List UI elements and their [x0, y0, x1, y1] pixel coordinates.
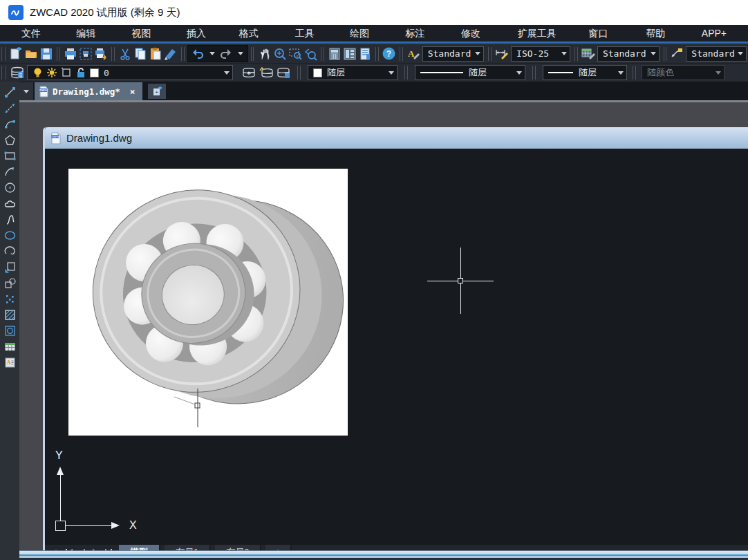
arc-button[interactable] — [1, 164, 19, 180]
menu-edit[interactable]: 编辑(E) — [62, 25, 117, 41]
text-style-icon: A — [406, 47, 421, 61]
circle-button[interactable] — [1, 180, 19, 196]
mleader-style-select[interactable]: Standard — [686, 46, 747, 62]
menu-dimension[interactable]: 标注(N) — [391, 25, 447, 41]
toolbar-grip[interactable] — [1, 66, 6, 80]
table-style-select[interactable]: Standard — [597, 46, 660, 62]
revision-cloud-button[interactable] — [1, 196, 19, 212]
menu-express-tools[interactable]: 扩展工具(X) — [503, 25, 574, 41]
zoom-realtime-icon — [273, 47, 287, 61]
redo-history-chevron-icon[interactable] — [238, 52, 243, 55]
unlock-icon[interactable] — [75, 67, 86, 78]
toolbar-separator — [664, 47, 667, 61]
viewport-icon[interactable] — [61, 67, 72, 78]
palette-button[interactable] — [342, 46, 357, 62]
make-block-button[interactable] — [1, 275, 19, 291]
layer-isolate-button[interactable] — [274, 64, 292, 81]
dim-style-select[interactable]: ISO-25 — [511, 46, 570, 62]
undo-history-chevron-icon[interactable] — [209, 52, 215, 55]
rectangle-button[interactable] — [1, 148, 19, 164]
rectangle-icon — [3, 149, 17, 162]
table-button[interactable] — [1, 339, 19, 355]
help-glyph: ? — [386, 49, 391, 59]
plot-button[interactable] — [93, 46, 109, 62]
lineweight-select[interactable]: 随层 — [543, 65, 627, 80]
text-style-button[interactable]: A — [406, 46, 421, 62]
bulb-icon[interactable] — [32, 67, 43, 78]
layer-previous-button[interactable] — [240, 64, 257, 81]
layer-color-swatch-icon[interactable] — [90, 68, 99, 77]
menu-insert[interactable]: 插入(I) — [172, 25, 224, 41]
chevron-down-icon — [651, 52, 656, 55]
menu-tools[interactable]: 工具(T) — [281, 25, 335, 41]
zoom-previous-button[interactable] — [303, 46, 318, 62]
menu-draw[interactable]: 绘图(D) — [335, 25, 391, 41]
mleader-style-button[interactable] — [669, 46, 684, 62]
drawing-canvas[interactable]: Y X — [45, 149, 748, 536]
toolbar-grip[interactable] — [1, 47, 6, 61]
redo-button[interactable] — [218, 46, 235, 62]
layer-manager-button[interactable] — [8, 64, 26, 81]
paste-button[interactable] — [148, 46, 163, 62]
command-window-top-edge[interactable] — [19, 550, 748, 560]
polyline-button[interactable] — [1, 116, 19, 132]
plot-style-select[interactable]: 随颜色 — [642, 65, 724, 80]
spline-button[interactable] — [1, 212, 19, 227]
zoom-window-button[interactable] — [288, 46, 303, 62]
linetype-select[interactable]: 随层 — [415, 65, 525, 80]
designcenter-button[interactable] — [357, 46, 373, 62]
donut-button[interactable] — [1, 323, 19, 339]
text-style-select[interactable]: Standard — [422, 46, 485, 62]
color-swatch-icon — [313, 68, 322, 77]
menu-file[interactable]: 文件(F) — [7, 25, 62, 41]
hatch-button[interactable] — [1, 307, 19, 323]
zoom-window-icon — [288, 47, 302, 61]
undo-button[interactable] — [189, 46, 207, 62]
save-button[interactable] — [39, 46, 54, 62]
svg-text:A: A — [408, 48, 415, 59]
document-list-button[interactable] — [19, 82, 33, 100]
format-painter-button[interactable] — [163, 46, 178, 62]
close-tab-icon[interactable]: × — [130, 86, 135, 97]
construction-line-button[interactable] — [1, 100, 19, 116]
menu-view[interactable]: 视图(V) — [117, 25, 172, 41]
menu-format[interactable]: 格式(O) — [224, 25, 280, 41]
point-button[interactable] — [1, 291, 19, 307]
polygon-button[interactable] — [1, 132, 19, 148]
menu-help[interactable]: 帮助(H) — [631, 25, 687, 41]
menu-app-plus[interactable]: APP+ — [687, 25, 741, 41]
zoom-realtime-button[interactable] — [272, 46, 288, 62]
layer-select[interactable]: 0 — [27, 65, 233, 80]
document-tab-drawing1[interactable]: DWG Drawing1.dwg* × — [35, 82, 142, 100]
print-preview-button[interactable] — [78, 46, 93, 62]
pan-button[interactable] — [256, 46, 272, 62]
print-button[interactable] — [63, 46, 78, 62]
color-select[interactable]: 随层 — [308, 65, 398, 80]
chevron-down-icon — [618, 71, 624, 75]
menu-modify[interactable]: 修改(M) — [447, 25, 503, 41]
mtext-button[interactable]: A — [1, 355, 19, 371]
drawing-window-titlebar[interactable]: DWG Drawing1.dwg — [45, 127, 748, 149]
cut-button[interactable] — [118, 46, 133, 62]
copy-button[interactable] — [133, 46, 148, 62]
help-button[interactable]: ? — [382, 46, 397, 62]
donut-icon — [3, 324, 17, 337]
quickcalc-button[interactable] — [327, 46, 342, 62]
document-tab-bar: DWG Drawing1.dwg* × + — [19, 82, 748, 100]
layer-states-button[interactable] — [257, 64, 274, 81]
insert-block-button[interactable] — [1, 259, 19, 275]
dim-style-value: ISO-25 — [516, 48, 559, 59]
ellipse-arc-button[interactable] — [1, 243, 19, 259]
open-button[interactable] — [24, 46, 39, 62]
menu-window[interactable]: 窗口(W) — [574, 25, 631, 41]
ellipse-button[interactable] — [1, 227, 19, 243]
line-button[interactable] — [1, 84, 19, 100]
mleader-style-icon — [669, 47, 684, 61]
table-style-button[interactable] — [581, 46, 596, 62]
dim-style-button[interactable] — [494, 46, 509, 62]
new-document-tab-button[interactable]: + — [148, 84, 166, 99]
document-tab-label: Drawing1.dwg* — [53, 86, 120, 97]
new-button[interactable] — [8, 46, 23, 62]
zoom-previous-icon — [303, 47, 317, 61]
sun-icon[interactable] — [46, 67, 57, 78]
